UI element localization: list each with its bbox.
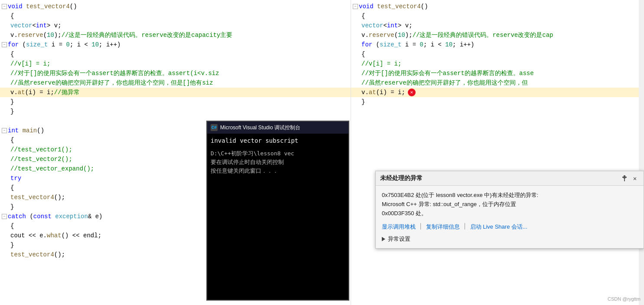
console-line: 按任意键关闭此窗口．．．: [211, 167, 345, 175]
settings-label: 异常设置: [388, 235, 410, 243]
pin-button[interactable]: [620, 174, 629, 183]
code-text: {: [361, 11, 642, 21]
code-line-error: v.at(i) = i;✕: [351, 88, 644, 97]
console-line: [211, 145, 345, 149]
code-text: }: [10, 97, 349, 107]
console-titlebar: C# Microsoft Visual Studio 调试控制台: [207, 121, 348, 134]
code-line: v.reserve(10);//这是一段经典的错误代码。reserve改变的是c…: [0, 30, 351, 40]
code-text: vector<int> v;: [10, 21, 349, 30]
exception-settings[interactable]: 异常设置: [382, 235, 637, 243]
console-content: invalid vector subscript D:\C++初阶学习\less…: [207, 134, 348, 178]
code-text: for (size_t i = 0; i < 10; i++): [361, 40, 642, 49]
code-line: //虽然reserve的确把空间开辟好了，你也能用这个空间，但是[]他有siz: [0, 78, 351, 88]
collapse-btn[interactable]: −: [2, 42, 7, 47]
code-line: }: [0, 97, 351, 107]
code-text: }: [10, 107, 349, 116]
code-line: {: [0, 11, 351, 21]
left-code-panel: − void test_vector4() { vector<int> v; v…: [0, 0, 351, 305]
console-line: 要在调试停止时自动关闭控制: [211, 158, 345, 167]
code-text: void test_vector4(): [359, 2, 642, 11]
exception-header: 未经处理的异常 ✕: [376, 171, 644, 186]
console-title: Microsoft Visual Studio 调试控制台: [220, 124, 300, 131]
collapse-btn[interactable]: −: [2, 4, 7, 9]
code-line: //虽然reserve的确把空间开辟好了，你也能用这个空间，但: [351, 78, 644, 88]
show-call-stack-link[interactable]: 显示调用堆栈: [382, 223, 416, 231]
exception-popup: 未经处理的异常 ✕ 0x7503E4B2 处(位于 lesson8 vector…: [375, 171, 644, 249]
triangle-icon: [382, 237, 385, 241]
code-line: vector<int> v;: [0, 21, 351, 30]
code-text: }: [361, 97, 642, 107]
collapse-btn[interactable]: −: [2, 128, 7, 133]
close-button[interactable]: ✕: [631, 174, 639, 183]
code-line: {: [0, 49, 351, 59]
collapse-btn[interactable]: −: [353, 4, 358, 9]
code-line-highlighted: v.at(i) = i;//抛异常: [0, 88, 351, 97]
code-line: v.reserve(10);//这是一段经典的错误代码。reserve改变的是c…: [351, 30, 644, 40]
live-share-link[interactable]: 启动 Live Share 会话...: [470, 223, 527, 231]
code-line: //v[i] = i;: [0, 59, 351, 69]
code-text: v.at(i) = i;//抛异常: [10, 88, 349, 97]
code-line: vector<int> v;: [351, 21, 644, 30]
code-line: }: [351, 97, 644, 107]
collapse-btn[interactable]: −: [2, 214, 7, 219]
link-separator: │: [463, 223, 467, 231]
code-text: //v[i] = i;: [10, 59, 349, 69]
code-line: − void test_vector4(): [351, 2, 644, 11]
code-line: for (size_t i = 0; i < 10; i++): [351, 40, 644, 49]
scrollbar-track[interactable]: [639, 0, 644, 305]
code-text: //虽然reserve的确把空间开辟好了，你也能用这个空间，但: [361, 78, 642, 88]
console-line: D:\C++初阶学习\lesson8 vec: [211, 149, 345, 158]
code-line: {: [351, 11, 644, 21]
exception-line1: 0x7503E4B2 处(位于 lesson8 vector.exe 中)有未经…: [382, 192, 538, 198]
exception-header-icons: ✕: [620, 174, 639, 183]
code-text: for (size_t i = 0; i < 10; i++): [8, 40, 349, 49]
exception-title: 未经处理的异常: [380, 174, 423, 182]
exception-links: 显示调用堆栈 │ 复制详细信息 │ 启动 Live Share 会话...: [382, 223, 637, 231]
code-text: {: [10, 49, 349, 59]
code-text: void test_vector4(): [8, 2, 349, 11]
exception-line2: Microsoft C++ 异常: std::out_of_range，位于内存…: [382, 201, 516, 207]
code-text: //v[i] = i;: [361, 59, 642, 69]
code-text: //虽然reserve的确把空间开辟好了，你也能用这个空间，但是[]他有siz: [10, 78, 349, 88]
code-line: {: [351, 49, 644, 59]
pin-icon: [621, 175, 628, 182]
svg-rect-2: [622, 177, 627, 178]
right-code-area: − void test_vector4() { vector<int> v; v…: [351, 0, 644, 108]
code-text: //对于[]的使用实际会有一个assert的越界断言的检查。asse: [361, 69, 642, 78]
right-code-panel: − void test_vector4() { vector<int> v; v…: [351, 0, 644, 305]
watermark: CSDN @rygttm: [608, 296, 641, 302]
svg-rect-1: [624, 179, 625, 181]
code-line: //对于[]的使用实际会有一个assert的越界断言的检查。asse: [351, 69, 644, 78]
error-icon: ✕: [408, 89, 416, 96]
code-text: {: [10, 11, 349, 21]
code-text: v.reserve(10);//这是一段经典的错误代码。reserve改变的是c…: [10, 30, 349, 40]
code-line: − for (size_t i = 0; i < 10; i++): [0, 40, 351, 49]
console-line: invalid vector subscript: [211, 136, 345, 145]
code-text: {: [361, 49, 642, 59]
code-text: //对于[]的使用实际会有一个assert的越界断言的检查。assert(i<v…: [10, 69, 349, 78]
code-line: //对于[]的使用实际会有一个assert的越界断言的检查。assert(i<v…: [0, 69, 351, 78]
code-line: }: [0, 107, 351, 116]
exception-body: 0x7503E4B2 处(位于 lesson8 vector.exe 中)有未经…: [376, 186, 644, 248]
code-text: v.at(i) = i;✕: [361, 88, 642, 97]
console-icon: C#: [211, 124, 218, 131]
code-line: − void test_vector4(): [0, 2, 351, 11]
code-line: //v[i] = i;: [351, 59, 644, 69]
code-text: vector<int> v;: [361, 21, 642, 30]
link-separator: │: [419, 223, 423, 231]
exception-line3: 0x00D3F350 处。: [382, 210, 427, 216]
console-window: C# Microsoft Visual Studio 调试控制台 invalid…: [206, 121, 349, 301]
code-text: v.reserve(10);//这是一段经典的错误代码。reserve改变的是c…: [361, 30, 642, 40]
exception-text: 0x7503E4B2 处(位于 lesson8 vector.exe 中)有未经…: [382, 191, 637, 218]
copy-details-link[interactable]: 复制详细信息: [426, 223, 460, 231]
